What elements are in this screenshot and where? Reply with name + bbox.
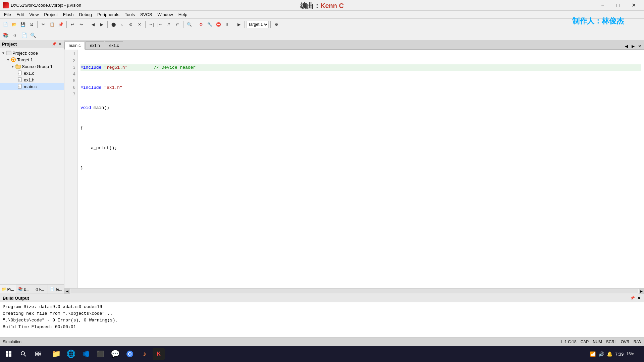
taskbar-edge-icon[interactable]: 🌐 [64,347,77,361]
cut-button[interactable]: ✂ [39,20,47,28]
save-button[interactable]: 💾 [19,20,27,28]
scroll-right-button[interactable]: ▶ [639,289,644,294]
undo-button[interactable]: ↩ [68,20,76,28]
build-output-dock-icon[interactable]: 📌 [630,296,635,301]
expand-source-group1[interactable]: ▼ [11,64,15,68]
taskbar-keil-icon[interactable]: K [153,348,165,360]
tree-item-ex1c[interactable]: c ex1.c [0,70,64,76]
tree-item-target1[interactable]: ▼ Target 1 [0,56,64,63]
rebuild-button[interactable]: 🔧 [206,20,214,28]
main-content: Project 📌 ✕ ▼ Project: code ▼ [0,40,644,294]
mainc-label: main.c [24,84,37,89]
minimize-button[interactable]: − [595,0,610,11]
tab-close-button[interactable]: ✕ [637,43,643,49]
functions-button[interactable]: {} [10,31,19,39]
scroll-left-button[interactable]: ◀ [64,289,70,294]
editor-scrollbar-track[interactable] [70,289,638,293]
menu-help[interactable]: Help [176,11,190,18]
panel-tab-functions[interactable]: {} F... [32,285,48,294]
templates-button[interactable]: 📄 [20,31,28,39]
code-editor[interactable]: 1 2 3 4 5 6 7 #include "reg51.h" // Devi… [64,50,644,288]
tab-scroll-right-button[interactable]: ▶ [630,43,636,49]
taskbar-search-button[interactable] [17,347,30,361]
enable-bp-button[interactable]: ○ [118,20,126,28]
menu-project[interactable]: Project [41,11,60,18]
comment-button[interactable]: // [165,20,173,28]
menu-flash[interactable]: Flash [60,11,76,18]
menu-file[interactable]: File [1,11,14,18]
target-select[interactable]: Target 1 [247,21,269,28]
panel-tab-project[interactable]: 📁 Pr... [0,285,16,294]
tab-ex1-c[interactable]: ex1.c [105,41,123,49]
debug-start-button[interactable]: ▶ [235,20,243,28]
new-file-button[interactable]: 📄 [1,20,9,28]
build-button[interactable]: ⚙ [197,20,205,28]
panel-close-icon[interactable]: ✕ [57,42,62,47]
toolbar-sep9 [245,21,245,28]
tree-item-project-root[interactable]: ▼ Project: code [0,50,64,56]
tree-item-mainc[interactable]: c main.c [0,83,64,90]
panel-tab-templates[interactable]: 📄 Te... [48,285,64,294]
expand-target1[interactable]: ▼ [6,58,10,62]
taskbar-sep [47,349,47,359]
source-group1-icon [15,64,21,69]
taskbar-wechat-icon[interactable]: 💬 [108,347,122,361]
open-button[interactable]: 📂 [10,20,18,28]
download-button[interactable]: ⬇ [223,20,231,28]
menu-window[interactable]: Window [155,11,175,18]
save-all-button[interactable]: 🖫 [28,20,36,28]
kill-bp-button[interactable]: ✕ [136,20,144,28]
rw-indicator: R/W [634,340,641,344]
redo-button[interactable]: ↪ [77,20,85,28]
menu-edit[interactable]: Edit [14,11,26,18]
close-button[interactable]: ✕ [626,0,641,11]
tab-scroll-left-button[interactable]: ◀ [623,43,629,49]
taskbar-show-desktop[interactable] [638,349,640,359]
build-output-content: Program Size: data=9.0 xdata=0 code=19 c… [0,302,644,337]
taskbar-music-icon[interactable]: ♪ [138,347,151,361]
top-decoration-right: 制作人：林俊杰 [572,16,624,26]
maximize-button[interactable]: □ [610,0,626,11]
nav-back-button[interactable]: ◀ [89,20,97,28]
unindent-button[interactable]: |← [156,20,164,28]
menu-peripherals[interactable]: Peripherals [95,11,122,18]
tree-item-ex1h[interactable]: h ex1.h [0,76,64,83]
code-line-5: a_print(); [80,145,641,152]
taskbar-terminal-icon[interactable]: ⬛ [94,347,107,361]
insert-bp-button[interactable]: ⬤ [109,20,117,28]
nav-forward-button[interactable]: ▶ [98,20,106,28]
tree-item-source-group1[interactable]: ▼ Source Group 1 [0,63,64,70]
simulation-status: Simulation [3,340,21,344]
stop-build-button[interactable]: ⛔ [214,20,222,28]
mainc-icon: c [17,84,23,89]
taskbar-vscode-icon[interactable] [79,347,92,361]
disable-bp-button[interactable]: ⊘ [127,20,135,28]
panel-tab-books[interactable]: 📚 B... [16,285,32,294]
code-content[interactable]: #include "reg51.h" // Device header #inc… [78,50,644,288]
build-output-close-icon[interactable]: ✕ [636,296,641,301]
search-toolbar-button[interactable]: 🔍 [29,31,37,39]
panel-header-icons: 📌 ✕ [52,42,62,47]
tab-ex1-h[interactable]: ex1.h [86,41,104,49]
copy-button[interactable]: 📋 [48,20,56,28]
paste-button[interactable]: 📌 [57,20,65,28]
taskbar-start-button[interactable] [2,347,15,361]
taskbar-explorer-icon[interactable]: 📁 [49,347,63,361]
taskbar-chrome-icon[interactable] [123,347,137,361]
target1-icon [11,57,16,62]
panel-dock-icon[interactable]: 📌 [52,42,57,47]
expand-project-root[interactable]: ▼ [1,51,5,55]
menu-svcs[interactable]: SVCS [138,11,155,18]
line-num-2: 2 [66,58,75,64]
books-button[interactable]: 📚 [1,31,9,39]
settings-button[interactable]: ⚙ [272,20,280,28]
menu-view[interactable]: View [26,11,41,18]
menu-tools[interactable]: Tools [122,11,138,18]
title-bar: D:\C51\work1\code.uvprojx - µVision 编曲：K… [0,0,644,11]
menu-debug[interactable]: Debug [76,11,95,18]
tab-main-c[interactable]: main.c [64,42,85,50]
uncomment-button[interactable]: /* [173,20,181,28]
indent-button[interactable]: →| [147,20,155,28]
find-button[interactable]: 🔍 [185,20,193,28]
taskbar-taskview-button[interactable] [32,347,45,361]
